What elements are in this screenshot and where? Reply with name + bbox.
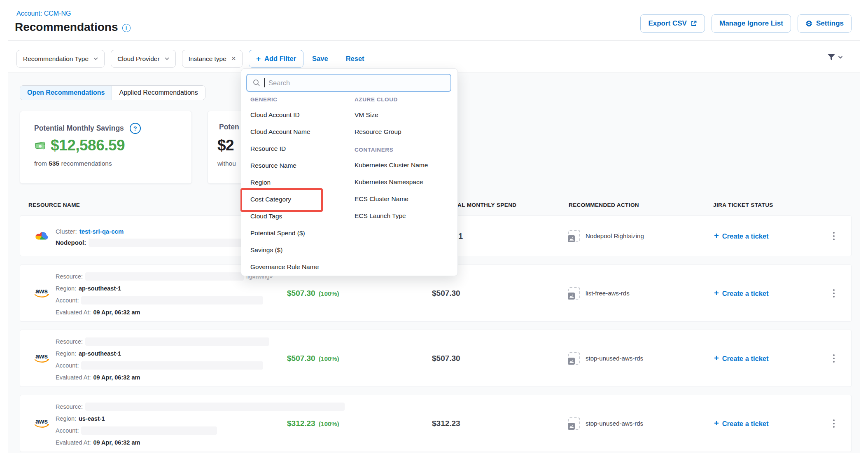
create-ticket-label: Create a ticket [722, 354, 769, 362]
resource-detail-line: Evaluated At:09 Apr, 06:32 am [56, 436, 345, 448]
savings-percent: (100%) [319, 355, 339, 362]
filter-option-region[interactable]: Region [250, 174, 353, 191]
close-icon[interactable]: × [231, 54, 236, 62]
funnel-icon [827, 53, 836, 62]
create-ticket-button[interactable]: +Create a ticket [714, 232, 769, 240]
resource-details: Resource:Region:ap-southeast-1Account:Ev… [56, 335, 269, 383]
plus-icon: + [714, 231, 719, 240]
savings-value: $12,586.59 [51, 137, 125, 154]
resource-details: Resource:lightwingRegion:ap-southeast-1A… [56, 270, 270, 318]
monthly-savings-cell: $507.30(100%) [287, 289, 339, 298]
header-actions: Export CSV Manage Ignore List ⚙ Settings [640, 14, 852, 33]
recommended-action-label: list-free-aws-rds [586, 290, 630, 297]
row-menu-button[interactable] [831, 230, 837, 243]
filter-option-resource-id[interactable]: Resource ID [250, 140, 353, 157]
search-input[interactable]: Search [246, 74, 451, 92]
aws-logo: aws [35, 419, 48, 424]
column-header-recommended-action: RECOMMENDED ACTION [569, 202, 639, 208]
redacted-value [81, 361, 263, 370]
resource-link[interactable]: test-sri-qa-ccm [79, 228, 124, 235]
total-monthly-spend-fragment: 1 [458, 231, 463, 241]
column-header-resource-name: RESOURCE NAME [28, 202, 80, 208]
filter-option-vm-size[interactable]: VM Size [355, 106, 451, 123]
vertical-divider [337, 54, 337, 63]
redacted-value [85, 272, 244, 281]
filter-option-cloud-tags[interactable]: Cloud Tags [250, 208, 353, 225]
filter-group-header: CONTAINERS [355, 145, 451, 154]
filter-option-ecs-cluster-name[interactable]: ECS Cluster Name [355, 190, 451, 207]
aws-logo: aws [35, 288, 48, 294]
aws-provider-icon: aws [33, 354, 50, 363]
filter-option-potential-spend[interactable]: Potential Spend ($) [250, 225, 353, 241]
chevron-down-icon [838, 56, 843, 59]
search-placeholder: Search [268, 79, 290, 87]
resource-detail-line: Evaluated At:09 Apr, 06:32 am [56, 371, 269, 383]
row-menu-button[interactable] [831, 352, 837, 365]
total-monthly-spend-cell: $507.30 [432, 289, 460, 298]
recommended-action-label: Nodepool Rightsizing [586, 232, 644, 239]
detail-label: Evaluated At: [56, 439, 91, 446]
filter-chip-instance-type[interactable]: Instance type× [182, 50, 243, 68]
detail-label: Account: [56, 362, 79, 369]
breadcrumb[interactable]: Account: CCM-NG [16, 10, 71, 17]
filter-option-kubernetes-cluster-name[interactable]: Kubernetes Cluster Name [355, 157, 451, 173]
potential-monthly-savings-card: Potential Monthly Savings ? $12,586.59 f… [20, 111, 192, 184]
add-filter-button[interactable]: + Add Filter [249, 50, 303, 68]
detail-label: Account: [56, 297, 79, 304]
detail-label: Resource: [56, 273, 83, 280]
subtitle-count: 535 [49, 160, 59, 167]
broken-image-icon [568, 287, 580, 300]
settings-button[interactable]: ⚙ Settings [798, 14, 852, 33]
export-csv-button[interactable]: Export CSV [640, 14, 705, 33]
tab-open-recommendations[interactable]: Open Recommendations [20, 86, 112, 100]
aws-smile-icon [34, 424, 49, 429]
detail-value: 09 Apr, 06:32 am [93, 374, 140, 381]
create-ticket-label: Create a ticket [722, 232, 769, 240]
tab-applied-recommendations[interactable]: Applied Recommendations [112, 86, 205, 100]
add-filter-dropdown: Search GENERICCloud Account IDCloud Acco… [241, 68, 458, 276]
aws-provider-icon: aws [33, 288, 50, 298]
recommended-action-cell: stop-unused-aws-rds [568, 417, 643, 430]
detail-label: Cluster: [56, 228, 77, 235]
redacted-value [81, 426, 217, 435]
filter-chip-label: Instance type [189, 55, 226, 63]
filter-option-ecs-launch-type[interactable]: ECS Launch Type [355, 207, 451, 224]
info-icon[interactable]: i [122, 24, 131, 32]
filter-panel-toggle[interactable] [827, 53, 843, 62]
filter-option-cloud-account-id[interactable]: Cloud Account ID [250, 106, 353, 123]
filter-bar: Recommendation TypeCloud ProviderInstanc… [16, 50, 367, 67]
help-icon[interactable]: ? [130, 123, 141, 134]
filter-option-resource-group[interactable]: Resource Group [355, 123, 451, 140]
filter-option-cloud-account-name[interactable]: Cloud Account Name [250, 123, 353, 140]
create-ticket-button[interactable]: +Create a ticket [714, 354, 769, 363]
savings-amount: $507.30 [287, 354, 315, 363]
text-caret [264, 78, 265, 87]
filter-option-cost-category[interactable]: Cost Category [250, 191, 353, 208]
filter-options-column-cloud: AZURE CLOUDVM SizeResource GroupCONTAINE… [355, 95, 451, 224]
header-divider [8, 40, 860, 41]
plus-icon: + [714, 418, 719, 428]
redacted-value [85, 337, 269, 346]
filter-option-savings[interactable]: Savings ($) [250, 241, 353, 258]
row-menu-button[interactable] [831, 287, 837, 300]
filter-option-resource-name[interactable]: Resource Name [250, 157, 353, 174]
table-row: awsResource:Region:ap-southeast-1Account… [20, 330, 852, 387]
search-icon [253, 79, 260, 87]
filter-option-kubernetes-namespace[interactable]: Kubernetes Namespace [355, 173, 451, 190]
create-ticket-button[interactable]: +Create a ticket [714, 289, 769, 297]
card-subtitle-fragment: withou [217, 160, 236, 167]
reset-filter-button[interactable]: Reset [343, 55, 367, 63]
column-header-jira-ticket-status: JIRA TICKET STATUS [713, 202, 773, 208]
manage-ignore-list-button[interactable]: Manage Ignore List [712, 14, 791, 33]
detail-value: ap-southeast-1 [79, 350, 121, 357]
filter-chip-recommendation-type[interactable]: Recommendation Type [16, 50, 105, 68]
page-title: Recommendations [15, 21, 118, 34]
row-menu-button[interactable] [831, 417, 837, 430]
detail-label: Evaluated At: [56, 309, 91, 316]
aws-smile-icon [34, 294, 49, 298]
gcp-logo [35, 230, 49, 242]
create-ticket-button[interactable]: +Create a ticket [714, 419, 769, 428]
filter-chip-cloud-provider[interactable]: Cloud Provider [111, 50, 176, 68]
save-filter-button[interactable]: Save [310, 55, 331, 63]
filter-option-governance-rule-name[interactable]: Governance Rule Name [250, 258, 353, 275]
